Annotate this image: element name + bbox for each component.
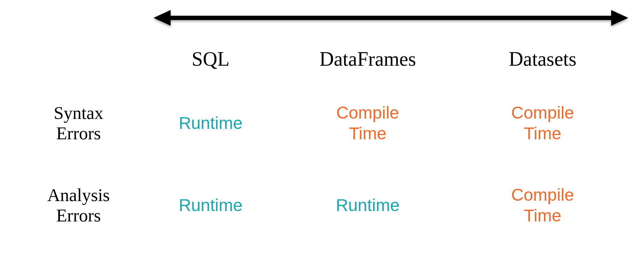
svg-marker-1: [154, 10, 171, 26]
row-header-analysis: Analysis Errors: [47, 185, 110, 226]
cell-syntax-sql: Runtime: [179, 113, 243, 134]
comparison-table: SQL DataFrames Datasets Syntax Errors Ru…: [14, 36, 628, 246]
diagram-container: SQL DataFrames Datasets Syntax Errors Ru…: [0, 0, 644, 270]
cell-analysis-datasets: Compile Time: [511, 185, 574, 226]
cell-analysis-dataframes: Runtime: [336, 195, 400, 216]
cell-syntax-dataframes: Compile Time: [336, 102, 399, 144]
cell-analysis-sql: Runtime: [179, 195, 243, 216]
svg-marker-2: [611, 10, 628, 26]
col-header-sql: SQL: [192, 48, 230, 70]
double-arrow-icon: [154, 7, 628, 32]
row-header-syntax: Syntax Errors: [54, 103, 104, 144]
col-header-datasets: Datasets: [509, 48, 577, 70]
cell-syntax-datasets: Compile Time: [511, 102, 574, 144]
col-header-dataframes: DataFrames: [320, 48, 416, 70]
